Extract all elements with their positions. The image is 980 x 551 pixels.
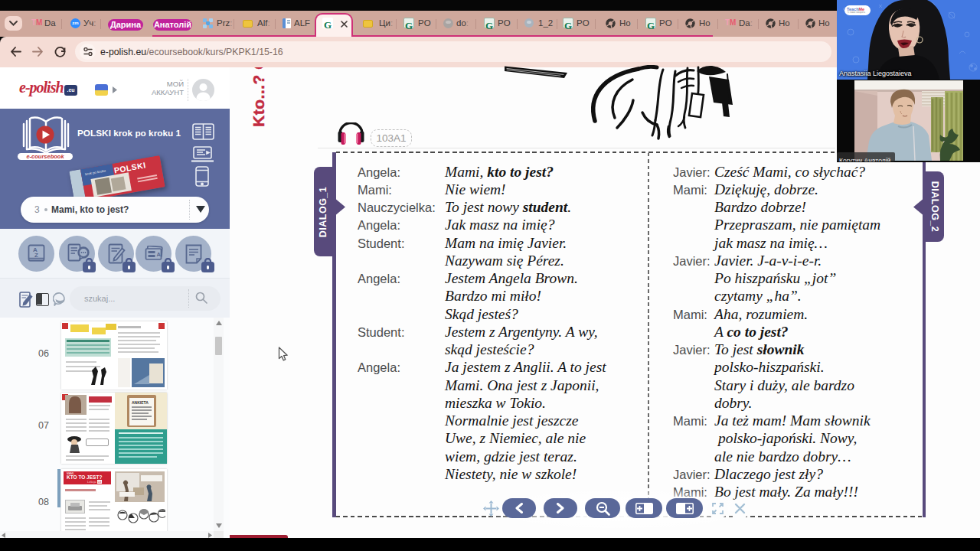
svg-text:Z: Z bbox=[34, 252, 38, 259]
svg-text:A: A bbox=[157, 251, 162, 258]
